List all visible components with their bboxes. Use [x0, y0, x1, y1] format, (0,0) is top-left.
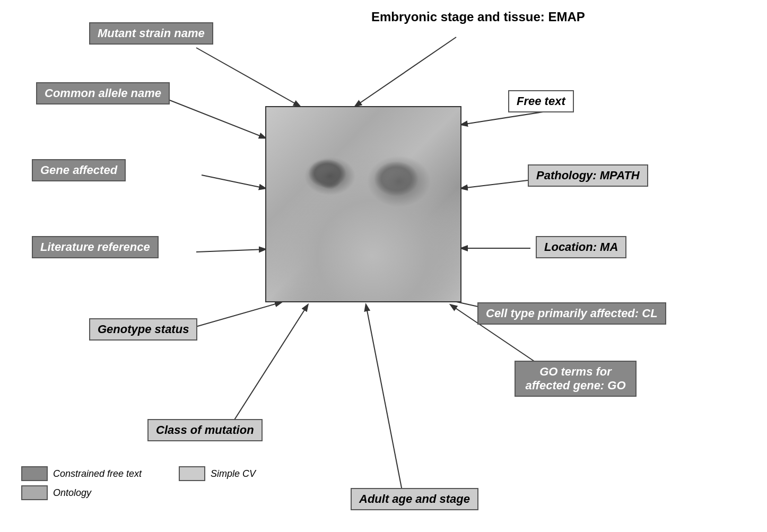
svg-line-4 — [202, 175, 265, 188]
svg-line-2 — [164, 98, 265, 138]
cell-type-label: Cell type primarily affected: CL — [477, 302, 666, 325]
svg-line-0 — [196, 48, 300, 106]
legend: Constrained free text Simple CV Ontology — [21, 466, 256, 500]
svg-line-3 — [461, 111, 546, 125]
adult-age-label: Adult age and stage — [351, 488, 478, 510]
legend-ontology-row: Ontology — [21, 485, 256, 500]
genotype-status-label: Genotype status — [89, 318, 197, 341]
legend-ontology-box — [21, 485, 48, 500]
legend-dark-box — [21, 466, 48, 481]
svg-line-12 — [366, 305, 403, 496]
svg-line-5 — [461, 180, 528, 188]
free-text-label: Free text — [508, 90, 574, 112]
legend-light-box — [179, 466, 205, 481]
legend-constrained-text: Constrained free text — [53, 468, 142, 479]
legend-ontology-text: Ontology — [53, 487, 91, 499]
location-label: Location: MA — [536, 236, 626, 258]
go-terms-label: GO terms for affected gene: GO — [515, 361, 637, 397]
embryonic-stage-label: Embryonic stage and tissue: EMAP — [371, 10, 585, 24]
mutant-strain-label: Mutant strain name — [89, 22, 213, 45]
legend-constrained: Constrained free text Simple CV — [21, 466, 256, 481]
svg-line-10 — [228, 305, 308, 430]
common-allele-label: Common allele name — [36, 82, 170, 104]
gene-affected-label: Gene affected — [32, 159, 126, 181]
class-mutation-label: Class of mutation — [147, 419, 263, 441]
literature-label: Literature reference — [32, 236, 159, 258]
histology-image — [265, 106, 461, 302]
pathology-label: Pathology: MPATH — [528, 164, 648, 187]
legend-simple-text: Simple CV — [211, 468, 256, 479]
svg-line-1 — [355, 37, 456, 106]
svg-line-6 — [196, 249, 265, 252]
